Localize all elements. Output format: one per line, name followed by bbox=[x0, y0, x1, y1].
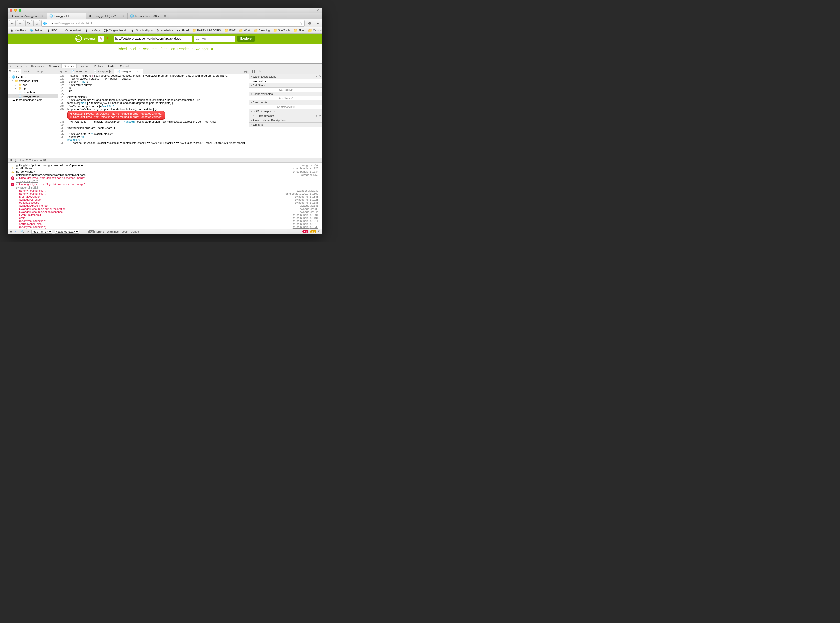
console-filter[interactable]: Debug bbox=[131, 230, 139, 233]
console-line[interactable]: SwaggerResource.obj.on.responseswagger.j… bbox=[8, 210, 323, 213]
swagger-tool-button[interactable]: ✎ bbox=[98, 36, 104, 42]
watch-expression[interactable]: error.status: bbox=[249, 79, 323, 83]
code-editor[interactable]: 221 stack1 = helpers['if'].call(depth0, … bbox=[58, 74, 249, 158]
search-icon[interactable]: 🔍 bbox=[20, 230, 24, 233]
console-line[interactable]: (anonymous function)shred.bundle.js:1211 bbox=[8, 219, 323, 222]
step-out-icon[interactable]: ↑ bbox=[267, 70, 269, 73]
navigator-tab[interactable]: Conte… bbox=[21, 69, 34, 74]
devtools-panel-tab[interactable]: Network bbox=[46, 64, 61, 68]
console-line[interactable]: EventEmitter.emitshred.bundle.js:1391 bbox=[8, 213, 323, 216]
tree-item[interactable]: ▸☁fonts.googleapis.com bbox=[8, 98, 58, 102]
console-source-link[interactable]: swagger-ui.js:1343 bbox=[295, 195, 321, 198]
file-tab[interactable]: 📄swagger.js bbox=[91, 69, 114, 74]
file-nav-fwd-icon[interactable]: ▶ bbox=[63, 69, 68, 74]
bookmark-star-icon[interactable]: ☆ bbox=[299, 21, 302, 25]
devtools-panel-tab[interactable]: Timeline bbox=[77, 64, 92, 68]
bookmark-item[interactable]: 📁Sites bbox=[292, 28, 306, 33]
fullscreen-button[interactable]: ⤢ bbox=[317, 8, 320, 12]
swagger-gear-icon[interactable]: ✸ bbox=[106, 37, 111, 41]
error-count-badge[interactable]: ✖4 bbox=[302, 230, 309, 233]
close-icon[interactable]: × bbox=[81, 14, 83, 18]
devtools-panel-tab[interactable]: Profiles bbox=[92, 64, 106, 68]
devtools-panel-tab[interactable]: Audits bbox=[106, 64, 118, 68]
tree-item[interactable]: 📄swagger-ui.js bbox=[8, 94, 58, 98]
navigator-tab[interactable]: Snipp… bbox=[34, 69, 47, 74]
console-source-link[interactable]: shred.bundle.js:1191 bbox=[292, 216, 321, 219]
console-source-link[interactable]: swagger-ui.js:1223 bbox=[295, 198, 321, 201]
deactivate-breakpoints-icon[interactable]: ⦸ bbox=[271, 70, 273, 73]
bookmark-item[interactable]: 🐦Twitter bbox=[29, 28, 44, 33]
bookmark-item[interactable]: 📁ID&T bbox=[223, 28, 237, 33]
console-source-link[interactable]: shred.bundle.js:1734 bbox=[292, 170, 321, 173]
console-source-link[interactable]: shred.bundle.js:1832 bbox=[292, 226, 321, 229]
devtools-close-icon[interactable]: × bbox=[8, 64, 13, 68]
devtools-panel-tab[interactable]: Sources bbox=[61, 64, 77, 68]
tree-item[interactable]: ▸📁css bbox=[8, 83, 58, 86]
swagger-api-key-input[interactable] bbox=[194, 36, 235, 42]
console-line[interactable]: getting http://petstore.swagger.wordnik.… bbox=[8, 164, 323, 167]
browser-tab[interactable]: 🌐luismac.local:8080/PWAss…× bbox=[128, 13, 170, 19]
console-filter[interactable]: Errors bbox=[96, 230, 104, 233]
frame-select[interactable]: <top frame> bbox=[31, 230, 52, 233]
console-line[interactable]: 2▾ Uncaught TypeError: Object # has no m… bbox=[8, 183, 323, 189]
clear-console-icon[interactable]: ⊘ bbox=[26, 230, 29, 233]
bookmark-item[interactable]: ◉NewRelic bbox=[9, 28, 28, 33]
bookmark-item[interactable]: ◐StumbleUpon bbox=[130, 28, 154, 33]
file-nav-back-icon[interactable]: ◀ bbox=[58, 69, 63, 74]
swagger-url-input[interactable] bbox=[113, 36, 192, 42]
debugger-section-header[interactable]: DOM Breakpoints bbox=[249, 109, 323, 114]
bookmark-item[interactable]: ●●Flickr! bbox=[176, 28, 190, 33]
console-line[interactable]: (anonymous function)swagger-ui.js:232 bbox=[8, 189, 323, 192]
navigator-tab[interactable]: Sources bbox=[8, 69, 21, 74]
browser-tab[interactable]: ◑Swagger UI (dev2.0) fails t…× bbox=[86, 13, 128, 19]
tree-item[interactable]: ▸📁lib bbox=[8, 86, 58, 91]
console-filter[interactable]: All bbox=[88, 230, 95, 233]
settings-icon[interactable]: ⚙ bbox=[306, 20, 313, 26]
add-icon[interactable]: ＋ ↻ bbox=[315, 114, 321, 118]
reload-button[interactable]: ↻ bbox=[25, 20, 32, 26]
dock-icon[interactable]: ▣ bbox=[9, 230, 12, 233]
bookmark-item[interactable]: CHCalgary Herald bbox=[103, 28, 129, 33]
tree-item[interactable]: ▾📁swagger-ui/dist bbox=[8, 79, 58, 83]
bookmark-item[interactable]: ▮RBC bbox=[45, 28, 58, 33]
warning-count-badge[interactable]: ⚠2 bbox=[310, 230, 316, 233]
console-source-link[interactable]: shred.bundle.js:1211 bbox=[292, 219, 321, 222]
menu-icon[interactable]: ≡ bbox=[314, 20, 321, 26]
console-line[interactable]: SwaggerUi.renderswagger-ui.js:1223 bbox=[8, 198, 323, 201]
console-source-link[interactable]: swagger-ui.js:1185 bbox=[295, 201, 321, 204]
devtools-panel-tab[interactable]: Elements bbox=[13, 64, 29, 68]
tree-item[interactable]: 📄index.html bbox=[8, 91, 58, 94]
address-bar[interactable]: 🌐 localhost/swagger-ui/dist/index.html ☆ bbox=[41, 20, 305, 26]
close-window-button[interactable] bbox=[9, 9, 12, 12]
console-source-link[interactable]: swagger.js:244 bbox=[300, 210, 321, 213]
console-source-link[interactable]: swagger.js:146 bbox=[300, 204, 321, 207]
pause-icon[interactable]: ❚❚ bbox=[251, 70, 256, 73]
console-line[interactable]: no zlib libraryshred.bundle.js:1726 bbox=[8, 167, 323, 170]
bookmark-item[interactable]: 📁Work bbox=[238, 28, 252, 33]
browser-tab[interactable]: 🌐Swagger UI× bbox=[47, 13, 86, 19]
console[interactable]: getting http://petstore.swagger.wordnik.… bbox=[8, 163, 323, 229]
console-line[interactable]: options.successswagger-ui.js:1185 bbox=[8, 201, 323, 204]
settings-gear-icon[interactable]: ⚙ bbox=[318, 230, 320, 233]
debugger-section-header[interactable]: Scope Variables bbox=[249, 92, 323, 96]
file-tab[interactable]: 📄swagger-ui.js× bbox=[114, 69, 143, 74]
devtools-panel-tab[interactable]: Resources bbox=[29, 64, 47, 68]
console-line[interactable]: SwaggerApi.selfReflectswagger.js:146 bbox=[8, 204, 323, 207]
console-line[interactable]: SwaggerResource.addApiDeclarationswagger… bbox=[8, 207, 323, 210]
console-source-link[interactable]: handlebars-1.0.rc.1.js:1802 bbox=[285, 192, 321, 195]
braces-icon[interactable]: { } bbox=[15, 159, 17, 162]
devtools-panel-tab[interactable]: Console bbox=[118, 64, 133, 68]
console-filter[interactable]: Logs bbox=[122, 230, 128, 233]
console-line[interactable]: setBodyAndFinishshred.bundle.js:1815 bbox=[8, 222, 323, 226]
debugger-section-header[interactable]: Workers bbox=[249, 123, 323, 127]
close-icon[interactable]: × bbox=[164, 14, 167, 18]
console-source-link[interactable]: swagger.js:280 bbox=[300, 207, 321, 210]
console-line[interactable]: no iconv libraryshred.bundle.js:1734 bbox=[8, 170, 323, 173]
console-toggle-icon[interactable]: >≡ bbox=[15, 230, 18, 233]
console-filter[interactable]: Warnings bbox=[107, 230, 119, 233]
back-button[interactable]: ← bbox=[9, 20, 16, 26]
swagger-explore-button[interactable]: Explore bbox=[237, 36, 255, 42]
debugger-section-header[interactable]: XHR Breakpoints＋ ↻ bbox=[249, 114, 323, 118]
console-source-link[interactable]: shred.bundle.js:1391 bbox=[292, 213, 321, 216]
console-source-link[interactable]: swagger-ui.js:232 bbox=[297, 189, 321, 192]
